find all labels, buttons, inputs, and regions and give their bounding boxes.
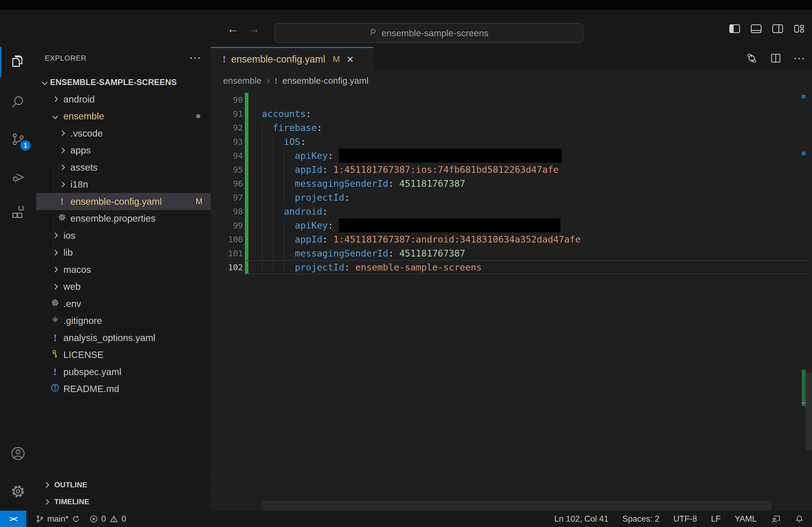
chevron-down-icon xyxy=(42,79,47,85)
tree-item--vscode[interactable]: .vscode xyxy=(36,125,211,142)
error-count: 0 xyxy=(101,514,106,524)
tree-item-analysis-options-yaml[interactable]: !analysis_options.yaml xyxy=(36,329,211,346)
chevron-right-icon xyxy=(44,482,49,487)
indent-guide xyxy=(273,260,284,274)
outline-label: OUTLINE xyxy=(54,481,87,489)
tree-item--env[interactable]: .env xyxy=(36,295,211,312)
code-line-96: 96messagingSenderId: 451181767387 xyxy=(211,177,812,191)
timeline-section[interactable]: TIMELINE xyxy=(36,493,211,510)
redacted-api-key xyxy=(339,149,562,163)
line-number: 97 xyxy=(211,191,243,205)
scm-pending-badge: 1 xyxy=(20,140,31,151)
tree-item-android[interactable]: android xyxy=(36,91,211,108)
tree-item-pubspec-yaml[interactable]: !pubspec.yaml xyxy=(36,363,211,380)
indent-guide xyxy=(273,135,284,149)
cursor-position-item[interactable]: Ln 102, Col 41 xyxy=(554,514,608,524)
code-line-97: 97projectId: xyxy=(211,191,812,205)
tree-item-readme-md[interactable]: README.md xyxy=(36,380,211,398)
toggle-panel-icon[interactable] xyxy=(750,24,762,34)
indent-guide xyxy=(273,149,284,163)
workspace-root-row[interactable]: ENSEMBLE-SAMPLE-SCREENS xyxy=(36,74,211,91)
account-icon[interactable] xyxy=(10,446,26,463)
yaml-icon: ! xyxy=(54,366,57,378)
tree-item-i18n[interactable]: i18n xyxy=(36,176,211,193)
gitignore-icon xyxy=(50,315,60,326)
indent-guide xyxy=(273,163,284,177)
vertical-scrollbar[interactable] xyxy=(806,373,812,450)
feedback-icon[interactable] xyxy=(771,514,781,524)
code-line-90: 90 xyxy=(211,93,812,107)
tree-item-apps[interactable]: apps xyxy=(36,142,211,159)
tree-item-assets[interactable]: assets xyxy=(36,159,211,176)
explorer-icon[interactable] xyxy=(10,54,26,70)
tree-item-ensemble[interactable]: ensemble xyxy=(36,108,211,125)
tree-item-label: lib xyxy=(63,247,73,258)
tree-item-label: .gitignore xyxy=(63,315,102,326)
indent-guide xyxy=(262,163,273,177)
command-center-search[interactable]: ensemble-sample-screens xyxy=(274,23,583,43)
encoding-item[interactable]: UTF-8 xyxy=(673,514,697,524)
eol-item[interactable]: LF xyxy=(711,514,721,524)
close-icon[interactable]: × xyxy=(347,54,354,65)
customize-layout-icon[interactable] xyxy=(793,24,805,34)
outline-section[interactable]: OUTLINE xyxy=(36,476,211,493)
tree-item-ensemble-properties[interactable]: ensemble.properties xyxy=(36,210,211,227)
split-editor-icon[interactable] xyxy=(770,52,782,65)
toggle-primary-sidebar-icon[interactable] xyxy=(729,24,741,34)
tree-item-web[interactable]: web xyxy=(36,278,211,296)
tab-bar: ! ensemble-config.yaml M × ··· xyxy=(211,47,812,70)
indent-guide xyxy=(262,219,273,232)
breadcrumb-folder[interactable]: ensemble xyxy=(223,76,262,86)
tree-indent-guide xyxy=(54,168,54,271)
indent-guide xyxy=(284,246,295,260)
tree-item-ios[interactable]: ios xyxy=(36,227,211,244)
editor-group: ! ensemble-config.yaml M × ··· ensemble … xyxy=(211,47,812,510)
tree-item-ensemble-config-yaml[interactable]: !ensemble-config.yamlM xyxy=(36,193,211,210)
indent-guide xyxy=(284,149,295,163)
indent-guide xyxy=(262,205,273,219)
open-changes-icon[interactable] xyxy=(746,52,757,65)
indent-guide xyxy=(284,177,295,191)
code-line-99: 99apiKey: xyxy=(211,219,812,232)
line-number: 93 xyxy=(211,135,243,149)
code-editor[interactable]: 9091accounts:92firebase:93iOS:94apiKey: … xyxy=(211,91,812,510)
indent-guide xyxy=(284,163,295,177)
tree-item-label: README.md xyxy=(63,383,119,394)
chevron-right-icon xyxy=(59,148,65,153)
tree-item-label: .env xyxy=(63,298,81,309)
run-debug-icon[interactable] xyxy=(10,169,26,185)
code-line-101: 101messagingSenderId: 451181767387 xyxy=(211,246,812,260)
tree-item-license[interactable]: LICENSE xyxy=(36,346,211,364)
indentation-item[interactable]: Spaces: 2 xyxy=(622,514,659,524)
settings-gear-icon[interactable] xyxy=(10,483,26,500)
extensions-icon[interactable] xyxy=(10,206,26,223)
tab-ensemble-config-yaml[interactable]: ! ensemble-config.yaml M × xyxy=(211,47,374,70)
remote-indicator[interactable]: >< xyxy=(0,511,26,527)
tree-item-label: ensemble xyxy=(63,111,104,122)
chevron-right-icon xyxy=(52,284,58,289)
indent-guide xyxy=(273,205,284,219)
forward-button[interactable]: → xyxy=(246,19,262,38)
search-view-icon[interactable] xyxy=(10,94,26,111)
breadcrumb-file[interactable]: ensemble-config.yaml xyxy=(282,76,368,86)
git-branch-item[interactable]: main* xyxy=(35,514,80,524)
indent-guide xyxy=(262,121,273,135)
line-number: 100 xyxy=(211,232,243,246)
workspace-root-label: ENSEMBLE-SAMPLE-SCREENS xyxy=(50,77,177,87)
horizontal-scrollbar[interactable] xyxy=(262,501,771,510)
code-line-102: 102projectId: ensemble-sample-screens xyxy=(211,260,812,274)
editor-more-actions-icon[interactable]: ··· xyxy=(794,54,806,64)
tree-item--gitignore[interactable]: .gitignore xyxy=(36,312,211,330)
language-mode-item[interactable]: YAML xyxy=(735,514,757,524)
code-line-95: 95appId: 1:451181767387:ios:74fb681bd581… xyxy=(211,163,812,177)
toggle-secondary-sidebar-icon[interactable] xyxy=(772,24,784,34)
back-button[interactable]: ← xyxy=(225,19,241,38)
notifications-bell-icon[interactable] xyxy=(795,514,804,524)
warnings-icon xyxy=(109,515,118,523)
tab-modified-badge: M xyxy=(333,54,340,64)
tree-item-macos[interactable]: macos xyxy=(36,261,211,278)
problems-item[interactable]: 0 0 xyxy=(89,514,126,524)
redacted-api-key xyxy=(339,219,561,232)
explorer-more-actions-icon[interactable]: ··· xyxy=(190,53,201,63)
tree-item-lib[interactable]: lib xyxy=(36,244,211,261)
